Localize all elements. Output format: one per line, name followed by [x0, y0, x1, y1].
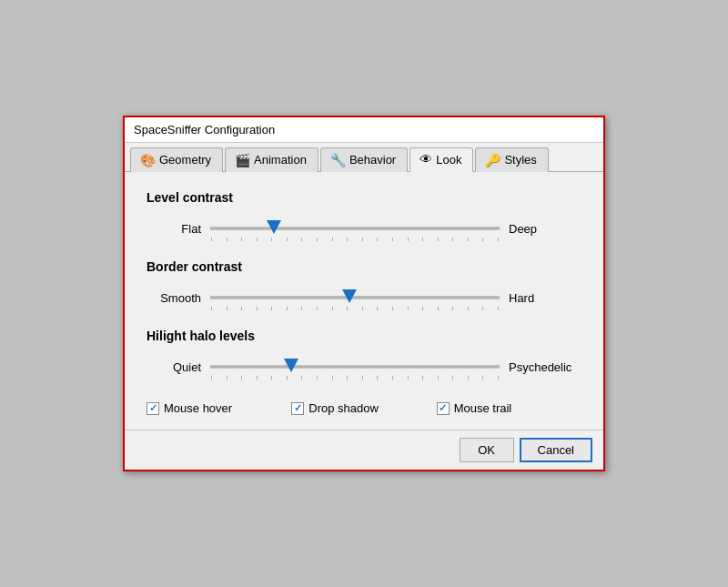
cancel-button[interactable]: Cancel [520, 438, 592, 462]
level-contrast-right-label: Deep [509, 222, 581, 236]
hilight-halo-title: Hilight halo levels [147, 329, 581, 343]
footer: OK Cancel [125, 430, 603, 470]
tab-styles-label: Styles [504, 153, 536, 167]
animation-icon: 🎬 [235, 153, 250, 167]
border-contrast-ticks [210, 307, 500, 310]
title-bar: SpaceSniffer Configuration [125, 117, 603, 143]
hilight-halo-thumb[interactable] [284, 359, 298, 372]
level-contrast-ticks [210, 238, 500, 241]
behavior-icon: 🔧 [330, 153, 346, 167]
level-contrast-section: Level contrast Flat Deep [147, 190, 581, 241]
border-contrast-thumb[interactable] [342, 289, 357, 303]
level-contrast-left-label: Flat [147, 222, 201, 236]
hilight-halo-row: Quiet Psychedelic [147, 354, 581, 380]
checkbox-mouse-trail-check: ✓ [439, 403, 447, 413]
checkbox-drop-shadow[interactable]: ✓ Drop shadow [291, 401, 436, 415]
main-content: Level contrast Flat Deep [125, 172, 603, 430]
tab-behavior-label: Behavior [349, 153, 396, 167]
checkbox-mouse-trail-box[interactable]: ✓ [437, 402, 450, 415]
tab-animation[interactable]: 🎬 Animation [225, 147, 318, 172]
hilight-halo-ticks [210, 376, 500, 380]
level-contrast-title: Level contrast [147, 190, 581, 205]
hilight-halo-section: Hilight halo levels Quiet Psychedelic [147, 329, 581, 380]
checkboxes-row: ✓ Mouse hover ✓ Drop shadow ✓ Mouse trai… [147, 398, 581, 415]
checkbox-mouse-hover-label: Mouse hover [164, 401, 232, 415]
tab-geometry[interactable]: 🎨 Geometry [130, 147, 223, 172]
border-contrast-slider[interactable] [210, 285, 500, 310]
ok-button[interactable]: OK [460, 438, 514, 462]
checkbox-drop-shadow-box[interactable]: ✓ [291, 402, 304, 415]
geometry-icon: 🎨 [140, 153, 156, 167]
border-contrast-row: Smooth Hard [147, 285, 581, 310]
hilight-halo-left-label: Quiet [147, 360, 201, 374]
hilight-halo-track [210, 366, 500, 369]
window-title: SpaceSniffer Configuration [134, 123, 275, 137]
hilight-halo-slider[interactable] [210, 354, 500, 380]
look-icon: 👁 [420, 152, 432, 167]
hilight-halo-right-label: Psychedelic [509, 360, 581, 374]
checkbox-drop-shadow-check: ✓ [294, 403, 302, 413]
border-contrast-section: Border contrast Smooth Hard [147, 259, 581, 310]
styles-icon: 🔑 [485, 153, 500, 167]
border-contrast-title: Border contrast [147, 259, 581, 274]
checkbox-mouse-trail-label: Mouse trail [454, 401, 512, 415]
checkbox-mouse-hover[interactable]: ✓ Mouse hover [147, 401, 291, 415]
tab-look[interactable]: 👁 Look [410, 147, 473, 172]
border-contrast-left-label: Smooth [147, 291, 201, 305]
tab-bar: 🎨 Geometry 🎬 Animation 🔧 Behavior 👁 Look… [125, 143, 603, 172]
checkbox-mouse-hover-check: ✓ [149, 403, 157, 413]
tab-animation-label: Animation [254, 153, 307, 167]
checkbox-mouse-hover-box[interactable]: ✓ [147, 402, 159, 415]
configuration-window: SpaceSniffer Configuration 🎨 Geometry 🎬 … [123, 116, 605, 471]
tab-look-label: Look [436, 153, 461, 167]
level-contrast-slider[interactable] [210, 216, 500, 241]
tab-geometry-label: Geometry [159, 153, 211, 167]
level-contrast-row: Flat Deep [147, 216, 581, 241]
border-contrast-right-label: Hard [509, 291, 581, 305]
level-contrast-track [210, 228, 500, 230]
tab-styles[interactable]: 🔑 Styles [475, 147, 548, 172]
checkbox-mouse-trail[interactable]: ✓ Mouse trail [437, 401, 581, 415]
level-contrast-thumb[interactable] [267, 220, 281, 234]
tab-behavior[interactable]: 🔧 Behavior [320, 147, 408, 172]
checkbox-drop-shadow-label: Drop shadow [308, 401, 379, 415]
